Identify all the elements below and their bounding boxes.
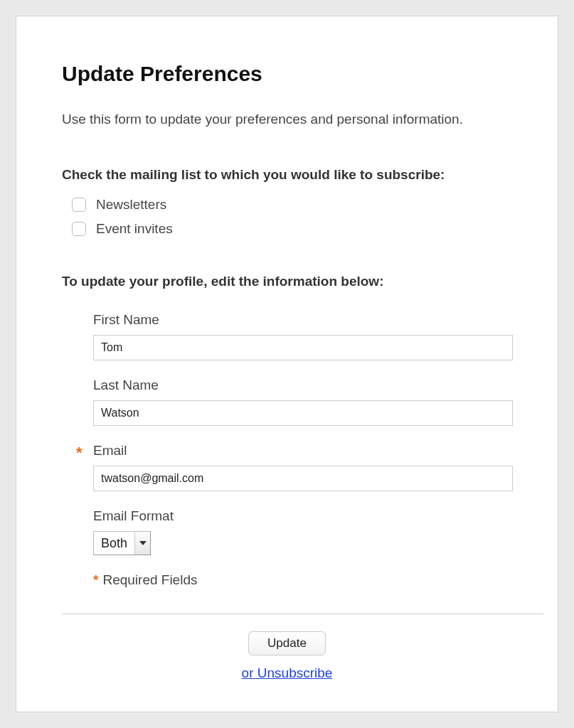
svg-marker-0 [139, 541, 147, 545]
email-format-label: Email Format [93, 508, 512, 524]
mailing-item-event-invites: Event invites [72, 221, 512, 237]
page-title: Update Preferences [62, 62, 512, 86]
event-invites-label: Event invites [96, 221, 173, 237]
last-name-input[interactable] [93, 400, 513, 426]
email-format-value: Both [94, 532, 134, 555]
mailing-section: Check the mailing list to which you woul… [62, 167, 512, 237]
newsletters-checkbox[interactable] [72, 198, 86, 212]
intro-text: Use this form to update your preferences… [62, 112, 512, 127]
email-field: * Email [93, 443, 512, 491]
newsletters-label: Newsletters [96, 197, 166, 213]
event-invites-checkbox[interactable] [72, 222, 86, 236]
chevron-down-icon [134, 532, 150, 555]
last-name-field: Last Name [93, 378, 512, 426]
required-legend: *Required Fields [93, 572, 512, 588]
last-name-label: Last Name [93, 378, 512, 393]
form-footer: Update or Unsubscribe [62, 631, 512, 681]
profile-section: To update your profile, edit the informa… [62, 274, 512, 681]
mailing-heading: Check the mailing list to which you woul… [62, 167, 512, 183]
profile-heading: To update your profile, edit the informa… [62, 274, 512, 289]
legend-star-icon: * [93, 572, 98, 587]
preferences-card: Update Preferences Use this form to upda… [16, 16, 558, 712]
email-format-select[interactable]: Both [93, 531, 151, 555]
update-button[interactable]: Update [248, 631, 326, 655]
required-star-icon: * [76, 444, 83, 462]
mailing-item-newsletters: Newsletters [72, 197, 512, 213]
email-format-field: Email Format Both [93, 508, 512, 555]
first-name-field: First Name [93, 312, 512, 360]
unsubscribe-link[interactable]: or Unsubscribe [62, 665, 512, 681]
first-name-label: First Name [93, 312, 512, 328]
email-label: Email [93, 443, 512, 459]
email-input[interactable] [93, 466, 513, 491]
divider [62, 614, 543, 614]
required-legend-text: Required Fields [102, 572, 197, 587]
first-name-input[interactable] [93, 335, 513, 360]
